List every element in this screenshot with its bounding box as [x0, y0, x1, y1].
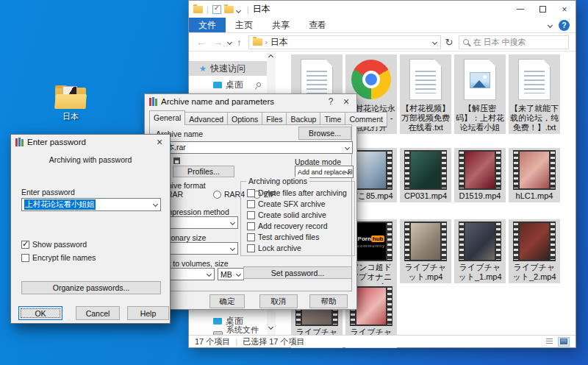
archive-name-input[interactable]: 日本.rar — [156, 141, 353, 154]
forward-icon[interactable]: → — [209, 37, 226, 48]
tab-file[interactable]: 文件 — [189, 18, 226, 32]
dialog-titlebar[interactable]: Enter password × — [11, 135, 170, 149]
enter-password-dialog: Enter password × Archiving with password… — [10, 134, 171, 324]
enter-password-label: Enter password — [21, 188, 75, 196]
checkbox-sfx[interactable]: Create SFX archive — [247, 199, 326, 208]
close-button[interactable]: × — [553, 1, 576, 18]
address-bar: ← → ↑ › 日本 ↻ — [189, 33, 576, 52]
file-item[interactable]: 【解压密码】：上村花论坛看小姐姐.jpg — [454, 54, 506, 134]
tab-general[interactable]: General — [149, 110, 185, 125]
checkbox-solid[interactable]: Create solid archive — [247, 210, 326, 219]
desktop-icon-small — [213, 82, 222, 88]
file-item[interactable]: ライブチャット.mp4 — [400, 219, 451, 283]
file-item[interactable]: ライブチャット_1.mp4 — [454, 219, 506, 283]
minimize-button[interactable] — [509, 1, 531, 18]
selected-password-text: 上村花论坛看小姐姐 — [24, 199, 96, 210]
breadcrumb-item[interactable]: 日本 — [270, 36, 288, 49]
close-icon[interactable]: × — [154, 136, 165, 148]
folder-icon — [193, 6, 203, 13]
tab-home[interactable]: 主页 — [226, 18, 262, 32]
checkbox-delete-after[interactable]: Delete files after archiving — [247, 188, 347, 197]
chevron-down-icon[interactable] — [345, 144, 350, 149]
file-name: 【村花视频】万部视频免费在线看.txt — [401, 104, 450, 132]
checkbox-show-password[interactable]: Show password — [21, 240, 87, 249]
browse-button[interactable]: Browse... — [298, 127, 351, 140]
scroll-down-icon[interactable] — [268, 325, 273, 330]
ok-button[interactable]: 确定 — [209, 294, 245, 308]
refresh-icon[interactable]: ↻ — [441, 37, 458, 48]
maximize-button[interactable] — [531, 1, 553, 18]
file-item[interactable]: hLC1.mp4 — [509, 148, 560, 202]
help-button[interactable]: 帮助 — [309, 294, 348, 308]
dialog-title: Archive name and parameters — [161, 97, 274, 106]
thumbnail-view-button[interactable] — [558, 337, 570, 347]
search-box[interactable] — [459, 35, 569, 49]
chevron-down-icon[interactable] — [230, 219, 235, 224]
tab-view[interactable]: 查看 — [299, 18, 336, 32]
checkbox-encrypt-names[interactable]: Encrypt file names — [21, 253, 96, 262]
organize-passwords-button[interactable]: Organize passwords... — [21, 281, 161, 294]
video-thumbnail — [404, 222, 447, 261]
checkbox-recovery[interactable]: Add recovery record — [247, 222, 328, 230]
tab-share[interactable]: 共享 — [262, 18, 299, 32]
ok-button[interactable]: OK — [18, 306, 62, 320]
checkbox-icon[interactable] — [247, 200, 255, 208]
checkbox-icon[interactable] — [247, 233, 255, 241]
checkbox-icon[interactable] — [21, 254, 29, 262]
file-name: hLC1.mp4 — [510, 191, 559, 201]
checkbox-icon[interactable] — [247, 211, 255, 219]
checkbox-icon[interactable] — [247, 244, 255, 252]
search-input[interactable] — [473, 38, 553, 46]
checkbox-icon[interactable] — [247, 222, 255, 230]
sidebar-item-quick-access[interactable]: ★ 快速访问 — [189, 61, 267, 76]
desktop-icon-label: 日本 — [47, 111, 94, 122]
file-item[interactable]: 【村花视频】万部视频免费在线看.txt — [400, 54, 451, 134]
folder-icon — [55, 85, 86, 109]
set-password-button[interactable]: Set password... — [243, 266, 352, 279]
status-bar: 17 个项目 | 已选择 17 个项目 — [189, 335, 576, 347]
address-dropdown-icon[interactable] — [431, 39, 437, 44]
archiving-options-label: Archiving options — [246, 177, 309, 185]
explorer-titlebar[interactable]: | | 日本 × — [189, 1, 576, 18]
close-icon[interactable]: × — [340, 96, 352, 107]
new-folder-icon[interactable] — [224, 6, 234, 13]
desktop-icon-japan-folder[interactable]: 日本 — [47, 85, 94, 122]
cancel-button[interactable]: 取消 — [259, 294, 298, 308]
back-icon[interactable]: ← — [193, 37, 209, 48]
pin-icon — [256, 82, 262, 88]
dialog-help-icon[interactable]: ? — [325, 96, 337, 107]
properties-icon[interactable] — [212, 5, 221, 14]
checkbox-lock[interactable]: Lock archive — [247, 244, 301, 252]
radio-icon[interactable] — [213, 191, 221, 199]
chevron-down-icon[interactable] — [230, 245, 235, 250]
folder-icon — [253, 38, 262, 46]
checkbox-icon[interactable] — [247, 189, 255, 197]
chevron-down-icon[interactable] — [236, 271, 241, 276]
help-icon[interactable]: ? — [559, 20, 570, 31]
up-icon[interactable]: ↑ — [233, 37, 245, 48]
checkbox-icon[interactable] — [21, 241, 29, 249]
password-input[interactable]: 上村花论坛看小姐姐 — [21, 198, 161, 211]
file-item[interactable]: 【来了就能下载的论坛，纯免费！】.txt — [509, 54, 560, 134]
history-dropdown-icon[interactable] — [227, 39, 232, 44]
file-item[interactable]: CP031.mp4 — [400, 148, 451, 202]
cancel-button[interactable]: Cancel — [76, 306, 120, 320]
qat-dropdown-icon[interactable] — [237, 4, 240, 15]
checkbox-test[interactable]: Test archived files — [247, 233, 319, 241]
chevron-down-icon[interactable] — [207, 271, 212, 276]
sidebar-item-desktop[interactable]: 桌面 — [189, 77, 267, 92]
dialog-title: Enter password — [27, 138, 86, 146]
ribbon-expand-icon[interactable] — [548, 22, 553, 27]
file-item[interactable]: D1519.mp4 — [454, 148, 506, 202]
chevron-down-icon[interactable] — [153, 202, 158, 207]
selected-count: 已选择 17 个项目 — [243, 336, 304, 347]
items-count: 17 个项目 — [195, 336, 230, 347]
profiles-button[interactable]: Profiles... — [173, 166, 234, 177]
split-unit-select[interactable]: MB — [218, 268, 244, 280]
scroll-up-icon[interactable] — [268, 54, 273, 60]
details-view-button[interactable] — [543, 337, 555, 347]
dialog-titlebar[interactable]: Archive name and parameters ? × — [145, 94, 356, 109]
help-button[interactable]: Help — [127, 306, 169, 320]
breadcrumb[interactable]: › 日本 — [248, 35, 441, 49]
file-item[interactable]: ライブチャット_2.mp4 — [509, 219, 560, 283]
